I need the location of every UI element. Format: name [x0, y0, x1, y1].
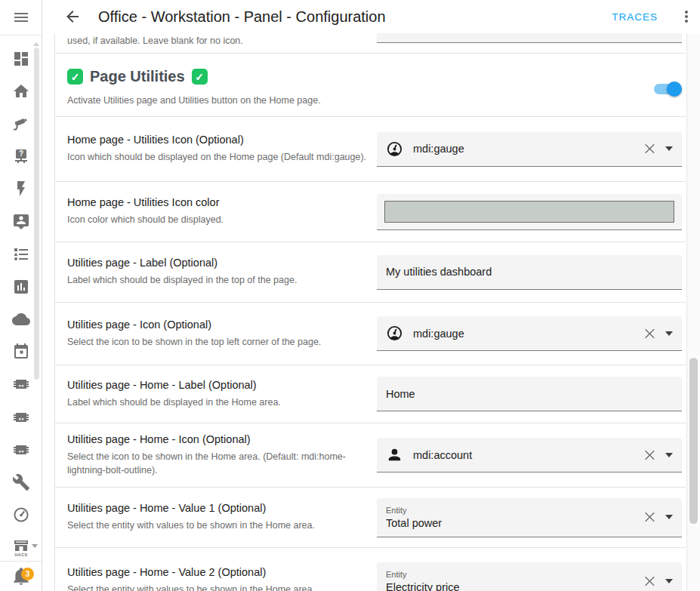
field-value: My utilities dashboard: [386, 266, 676, 278]
sidebar-item-hacs[interactable]: HACS: [0, 531, 42, 564]
sidebar-item-gauge[interactable]: [0, 499, 42, 531]
field-label: Utilities page - Home - Value 1 (Optiona…: [67, 502, 315, 514]
text-input[interactable]: My utilities dashboard: [377, 255, 682, 290]
field-description: Select the icon to be shown in the Home …: [67, 450, 371, 477]
hacs-label: HACS: [14, 553, 27, 557]
icon-picker-input[interactable]: mdi:account: [377, 438, 682, 472]
clear-icon[interactable]: [643, 448, 658, 463]
home-icon: [12, 82, 30, 100]
field-description: Select the entity with values to be show…: [67, 519, 315, 532]
field-label: Utilities page - Icon (Optional): [67, 319, 321, 331]
entity-picker-input[interactable]: Entity Electricity price: [377, 562, 682, 591]
chevron-down-icon[interactable]: [32, 544, 38, 548]
color-swatch[interactable]: [384, 201, 674, 223]
gauge-icon: [386, 325, 403, 342]
field-label: Utilities page - Home - Label (Optional): [67, 379, 281, 391]
entity-picker-input[interactable]: Entity Total power: [377, 498, 682, 537]
text-input[interactable]: Home: [377, 377, 682, 411]
chevron-down-icon[interactable]: [665, 331, 673, 336]
config-row: Utilities page - Home - Value 2 (Optiona…: [55, 547, 686, 591]
field-label: Utilities page - Home - Value 2 (Optiona…: [67, 566, 315, 578]
sidebar-item-supervisor[interactable]: [0, 466, 42, 498]
field-label: Home page - Utilities Icon (Optional): [67, 134, 366, 146]
config-row: Utilities page - Home - Value 1 (Optiona…: [55, 487, 686, 547]
toggle-thumb[interactable]: [667, 82, 682, 97]
sidebar-scrollbar-thumb[interactable]: [34, 48, 39, 380]
wrench-icon: [12, 473, 30, 491]
icon-picker-input[interactable]: mdi:gauge: [377, 132, 682, 167]
config-row: Utilities page - Home - Icon (Optional) …: [55, 423, 686, 487]
check-emoji-icon: ✓: [67, 69, 83, 85]
color-picker-input[interactable]: [377, 194, 682, 230]
field-description: Icon which should be displayed on the Ho…: [67, 150, 366, 164]
calendar-icon: [12, 343, 30, 361]
clear-icon[interactable]: [643, 141, 658, 156]
field-description: Select the entity with values to be show…: [67, 583, 315, 591]
field-value: Electricity price: [386, 581, 643, 591]
chevron-down-icon[interactable]: [665, 453, 673, 457]
config-form: used, if available. Leave blank for no i…: [54, 33, 686, 591]
chip-icon: [12, 408, 30, 426]
page-scrollbar[interactable]: [686, 33, 700, 591]
dots-vertical-icon: [677, 8, 695, 26]
app-window: ?: [0, 0, 700, 591]
chevron-down-icon[interactable]: [665, 579, 673, 583]
field-label: Home page - Utilities Icon color: [67, 196, 224, 208]
gauge-icon: [386, 140, 403, 158]
help-network-icon: ?: [12, 147, 30, 165]
svg-text:?: ?: [19, 150, 23, 159]
hamburger-menu-button[interactable]: [0, 0, 42, 35]
icon-picker-input[interactable]: mdi:gauge: [377, 316, 682, 351]
list-icon: [12, 245, 30, 263]
chart-box-icon: [12, 278, 30, 296]
traces-button[interactable]: TRACES: [612, 11, 658, 23]
config-row: Home page - Utilities Icon (Optional) Ic…: [55, 116, 686, 181]
lightning-icon: [12, 180, 30, 198]
cloud-icon: [12, 310, 30, 328]
page-scrollbar-thumb[interactable]: [689, 358, 698, 524]
config-row: Utilities page - Label (Optional) Label …: [55, 242, 686, 302]
page-utilities-toggle[interactable]: [654, 84, 680, 94]
field-description: Label which should be displayed in the t…: [67, 273, 297, 287]
sidebar-divider: [0, 561, 42, 562]
chevron-down-icon[interactable]: [665, 146, 673, 151]
notification-badge: 3: [21, 568, 34, 580]
field-value: mdi:account: [413, 449, 643, 461]
field-description: Icon color which should be displayed.: [67, 213, 224, 226]
sidebar-item-notifications[interactable]: 3: [0, 565, 42, 591]
hacs-icon: [12, 538, 30, 553]
sidebar: ?: [0, 0, 42, 591]
text-input-partial[interactable]: [377, 33, 682, 43]
field-description: used, if available. Leave blank for no i…: [67, 34, 243, 48]
arrow-left-icon: [63, 8, 82, 26]
dashboard-icon: [12, 50, 30, 68]
sidebar-item-device-2[interactable]: [0, 401, 42, 433]
chip-icon: [12, 375, 30, 393]
clear-icon[interactable]: [643, 326, 658, 341]
page-title: Office - Workstation - Panel - Configura…: [98, 8, 386, 26]
config-row: Home page - Utilities Icon color Icon co…: [55, 181, 686, 242]
overflow-menu-button[interactable]: [677, 8, 695, 26]
scroll-up-icon[interactable]: [33, 42, 39, 46]
sidebar-scrollbar[interactable]: [33, 42, 39, 389]
field-description: Label which should be displayed in the H…: [67, 396, 281, 409]
clear-icon[interactable]: [643, 509, 658, 525]
chip-icon: [12, 441, 30, 459]
config-row-partial: used, if available. Leave blank for no i…: [55, 33, 686, 53]
back-button[interactable]: [63, 8, 82, 26]
hamburger-icon: [12, 8, 30, 26]
tooltip-account-icon: [12, 213, 30, 231]
cctv-icon: [12, 115, 30, 133]
check-emoji-icon: ✓: [192, 69, 208, 85]
section-description: Activate Utilities page and Utilities bu…: [67, 95, 682, 106]
chevron-down-icon[interactable]: [665, 515, 673, 519]
field-value: mdi:gauge: [413, 143, 643, 155]
account-icon: [386, 446, 403, 463]
entity-floating-label: Entity: [386, 506, 643, 515]
config-row: Utilities page - Home - Label (Optional)…: [55, 365, 686, 423]
field-value: Home: [386, 388, 676, 400]
field-label: Utilities page - Home - Icon (Optional): [67, 433, 371, 445]
sidebar-item-device-3[interactable]: [0, 433, 42, 466]
clear-icon[interactable]: [643, 574, 658, 589]
config-row: Utilities page - Icon (Optional) Select …: [55, 302, 686, 365]
